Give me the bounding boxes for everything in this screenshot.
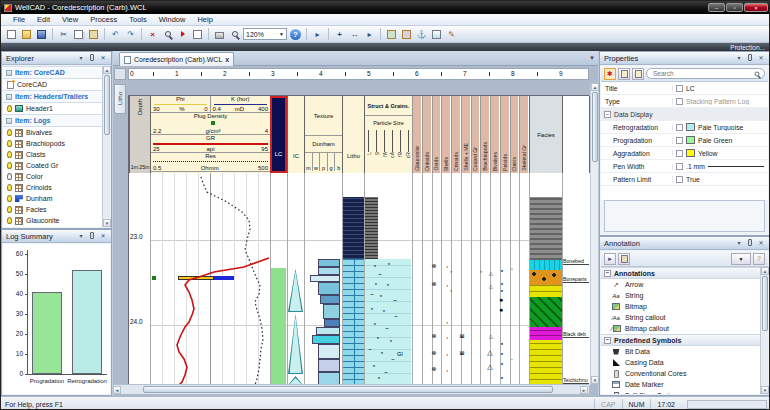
property-checkbox[interactable] [676,124,683,131]
open-button[interactable] [20,28,33,41]
explorer-item-coated-gr[interactable]: Coated Gr [3,160,102,171]
visibility-bulb-icon[interactable] [7,140,12,147]
color-swatch[interactable] [686,123,695,131]
save-button[interactable] [35,28,48,41]
menu-help[interactable]: Help [191,15,218,24]
explorer-item-facies[interactable]: Facies [3,204,102,215]
properties-categorized-button[interactable] [618,68,630,80]
facies-annotation-label[interactable]: Bonebed [563,258,589,265]
curve-track-gr[interactable]: GR25api95 [151,135,270,153]
lc-stacking-fill[interactable] [271,268,286,385]
log-body[interactable]: 23.024.0**~**~*~**~*~**~*~*~*BonebedBone… [129,173,590,385]
grain-column-header-shells[interactable]: Shells [441,96,450,173]
flag-button[interactable] [176,28,189,41]
visibility-bulb-icon[interactable] [7,184,12,191]
annotation-item-arrow[interactable]: ↗Arrow [601,279,760,290]
facies-segment-magenta[interactable] [530,327,562,340]
grain-column-header-brachiopods[interactable]: Brachiopods [480,96,489,173]
paste-button[interactable] [87,28,100,41]
properties-pin-icon[interactable] [746,54,754,62]
log-summary-menu-icon[interactable]: ▾ [77,232,85,240]
select-cursor-button[interactable]: ▸ [311,28,324,41]
annotation-item-conventional-cores[interactable]: Conventional Cores [601,368,760,379]
annotation-item-date-marker[interactable]: Date Marker [601,379,760,390]
property-checkbox[interactable] [676,176,683,183]
zoom-tool-button[interactable] [161,28,174,41]
grain-column-header-clasts[interactable]: Clasts [510,96,519,173]
grain-column-header-bivalves[interactable]: Bivalves [490,96,499,173]
visibility-bulb-icon[interactable] [7,195,12,202]
fit-width-button[interactable]: ↔ [348,28,361,41]
annotation-help-button[interactable]: ? [753,253,765,265]
property-value[interactable]: Pale Green [686,136,768,144]
zoom-level-combo[interactable]: 120% ▼ [243,28,287,40]
delete-button[interactable]: × [146,28,159,41]
properties-menu-icon[interactable]: ▾ [735,54,743,62]
facies-segment-yellow[interactable] [530,340,562,385]
explorer-item-clasts[interactable]: Clasts [3,149,102,160]
visibility-bulb-icon[interactable] [7,129,12,136]
annotation-item-string-callout[interactable]: ∕AaString callout [601,312,760,323]
property-value-text[interactable]: Yellow [698,150,717,157]
copy-button[interactable] [72,28,85,41]
litho-header[interactable]: Litho [342,96,364,173]
property-value-text[interactable]: Stacking Pattern Log [686,98,749,105]
explorer-menu-icon[interactable]: ▾ [77,54,85,62]
visibility-bulb-icon[interactable] [7,217,12,224]
visibility-bulb-icon[interactable] [7,206,12,213]
struct-header[interactable]: Struct & Grains.Particle SizeLSfAcAfRcR [364,96,412,173]
protection-label[interactable]: Protection... [730,44,765,51]
facies-segment-gray[interactable] [530,197,562,260]
anchor-button[interactable]: ⚓ [415,28,428,41]
collapse-icon[interactable] [6,70,12,76]
facies-header[interactable]: Facies [529,96,562,173]
minimize-button[interactable]: – [708,3,725,12]
curve-track-plugdensity[interactable]: Plug Density2.2g/cm³4 [151,113,270,135]
visibility-bulb-icon[interactable] [7,151,12,158]
grain-column-header-skeletal-gr[interactable]: Skeletal Gr [519,96,528,173]
redo-button[interactable]: ↷ [124,28,137,41]
explorer-item-dunham[interactable]: Dunham [3,193,102,204]
property-value[interactable]: Yellow [686,149,768,157]
annotation-scrollbar[interactable]: ▲ ▼ [760,267,768,394]
grain-column-header-coated-gr[interactable]: Coated Gr [471,96,480,173]
explorer-item-color[interactable]: Color [3,171,102,182]
property-row-data-display[interactable]: −Data Display [601,108,768,121]
menu-file[interactable]: File [7,15,31,24]
new-button[interactable] [5,28,18,41]
annotation-group-annotations[interactable]: −Annotations [601,267,760,279]
log-summary-close-icon[interactable]: ✕ [99,232,107,240]
tab-list-dropdown-icon[interactable]: ▼ [589,55,595,61]
property-checkbox[interactable] [676,150,683,157]
facies-segment-yellow[interactable] [530,285,562,297]
explorer-item-brachiopods[interactable]: Brachiopods [3,138,102,149]
doc-layout-button[interactable] [400,28,413,41]
pick-button[interactable]: ▸ [363,28,376,41]
property-value[interactable]: True [686,176,768,183]
undo-button[interactable]: ↶ [109,28,122,41]
facies-segment-cyan[interactable] [530,260,562,270]
menu-window[interactable]: Window [153,15,192,24]
properties-close-icon[interactable]: ✕ [757,54,765,62]
curve-track-phi[interactable]: Phi30%0 [151,96,211,112]
litho-side-tab[interactable]: Litho [114,84,126,114]
property-value[interactable]: LC [686,85,768,92]
crossplot-button[interactable] [430,28,443,41]
properties-alphabetical-button[interactable] [632,68,644,80]
explorer-section-item-headers-trailers[interactable]: Item: Headers/Trailers [3,90,102,103]
maximize-button[interactable]: ▫ [726,3,743,12]
annotation-item-bitmap-callout[interactable]: ∕Bitmap callout [601,323,760,334]
annotation-menu-icon[interactable]: ▾ [735,239,743,247]
annotation-item-bit-data[interactable]: Bit Data [601,346,760,357]
curve-track-khor[interactable]: K (hor)0.4mD400 [211,96,271,112]
document-hscrollbar[interactable]: ◄ ► [113,384,589,394]
grain-column-header-shells-me[interactable]: Shells + ME [461,96,470,173]
help-button[interactable]: ? [289,28,302,41]
doc-options-button[interactable] [385,28,398,41]
log-summary-pin-icon[interactable] [88,232,96,240]
facies-annotation-label[interactable]: Teichichnu [563,377,589,384]
explorer-close-icon[interactable]: ✕ [99,54,107,62]
explorer-scrollbar[interactable]: ▲ ▼ [102,66,110,227]
facies-annotation-label[interactable]: Boneparts [563,276,589,283]
visibility-bulb-icon[interactable] [7,105,12,112]
